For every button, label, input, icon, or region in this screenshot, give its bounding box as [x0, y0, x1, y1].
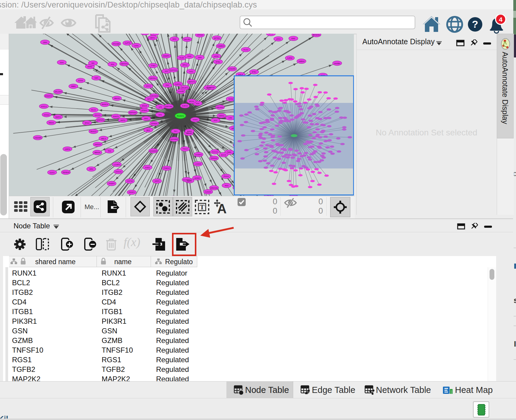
svg-text:T: T — [200, 203, 204, 211]
svg-text:RS3: RS3 — [225, 185, 229, 187]
svg-text:XK4: XK4 — [111, 63, 114, 65]
svg-text:GNGR3: GNGR3 — [229, 68, 235, 70]
svg-text:RTB1: RTB1 — [216, 61, 220, 63]
svg-text:TEB1: TEB1 — [227, 151, 232, 153]
svg-text:CLPT2: CLPT2 — [124, 42, 130, 44]
svg-text:DNADD2: DNADD2 — [150, 150, 157, 152]
svg-text:RE2: RE2 — [166, 84, 169, 86]
svg-text:KLG1: KLG1 — [244, 49, 248, 51]
svg-text:KLS2: KLS2 — [180, 57, 184, 59]
svg-text:MR2: MR2 — [89, 168, 93, 170]
svg-text:RTK4: RTK4 — [85, 122, 90, 124]
svg-text:BD2: BD2 — [146, 129, 150, 131]
svg-text:KXCL1: KXCL1 — [41, 106, 47, 107]
svg-text:PGG4: PGG4 — [224, 175, 229, 177]
svg-text:XHEBK4: XHEBK4 — [217, 45, 224, 47]
svg-text:PXEG4: PXEG4 — [164, 167, 170, 169]
svg-text:ESSXC1: ESSXC1 — [45, 95, 52, 97]
svg-text:RUNX1: RUNX1 — [177, 115, 184, 117]
svg-text:RKAC3: RKAC3 — [91, 131, 97, 132]
svg-text:ADGMM1: ADGMM1 — [170, 138, 178, 140]
svg-text:GANX3: GANX3 — [205, 191, 211, 193]
svg-text:MX4: MX4 — [173, 38, 177, 40]
svg-text:RSFS2: RSFS2 — [209, 87, 215, 88]
svg-text:TTE2: TTE2 — [151, 65, 155, 66]
svg-text:ATMA1: ATMA1 — [141, 110, 147, 111]
svg-text:BKNHS1: BKNHS1 — [313, 34, 320, 36]
svg-text:SBLD2: SBLD2 — [114, 97, 120, 99]
svg-text:FPMD4: FPMD4 — [151, 123, 158, 125]
svg-text:IXKKA1: IXKKA1 — [115, 171, 122, 173]
svg-text:DNSB4: DNSB4 — [334, 63, 340, 64]
svg-text:SNLMA2: SNLMA2 — [216, 107, 224, 108]
svg-text:AG2: AG2 — [214, 119, 218, 121]
svg-text:EBFDB2: EBFDB2 — [165, 106, 173, 107]
svg-text:MFF1: MFF1 — [150, 37, 155, 39]
svg-text:GNFGF2: GNFGF2 — [97, 119, 104, 121]
svg-text:XEFF1: XEFF1 — [55, 116, 61, 118]
svg-text:HFS4: HFS4 — [214, 55, 219, 57]
svg-text:LGDD2: LGDD2 — [195, 163, 201, 165]
svg-text:LKEHM3: LKEHM3 — [34, 137, 42, 139]
svg-text:ECC4: ECC4 — [221, 154, 226, 156]
svg-text:ILRN2: ILRN2 — [287, 57, 293, 59]
svg-text:MGH4: MGH4 — [142, 105, 147, 107]
svg-text:NF3: NF3 — [165, 70, 168, 72]
svg-text:GGSIF1: GGSIF1 — [195, 154, 202, 156]
svg-text:DKLIP2: DKLIP2 — [184, 39, 190, 40]
svg-text:RPC2: RPC2 — [183, 64, 188, 66]
svg-text:ACCC1: ACCC1 — [212, 151, 218, 153]
svg-text:FFGNB4: FFGNB4 — [113, 43, 120, 45]
svg-text:MI1: MI1 — [91, 62, 95, 64]
svg-text:DLC1: DLC1 — [91, 109, 96, 111]
svg-text:KHFA4: KHFA4 — [182, 105, 188, 107]
svg-text:TEKEH4: TEKEH4 — [62, 171, 69, 173]
svg-text:GEKNX3: GEKNX3 — [121, 63, 128, 65]
svg-text:GEBA4: GEBA4 — [298, 60, 305, 62]
svg-text:FP4: FP4 — [158, 114, 162, 116]
svg-text:4: 4 — [499, 16, 502, 23]
svg-text:GGKB2: GGKB2 — [178, 91, 184, 92]
svg-text:?: ? — [472, 18, 478, 30]
svg-text:DSMP4: DSMP4 — [163, 55, 169, 57]
svg-text:XBFH3: XBFH3 — [186, 132, 192, 134]
svg-text:CFKG2: CFKG2 — [197, 34, 203, 36]
svg-text:NL1: NL1 — [174, 130, 178, 132]
svg-text:CMCED4: CMCED4 — [150, 95, 158, 97]
svg-text:DRDXM1: DRDXM1 — [210, 187, 218, 189]
svg-text:FNSF4: FNSF4 — [109, 183, 115, 184]
svg-text:TISG4: TISG4 — [183, 148, 188, 150]
svg-text:KD4: KD4 — [196, 103, 199, 104]
svg-text:IXA2: IXA2 — [189, 71, 193, 73]
svg-text:NLKCH1: NLKCH1 — [170, 69, 177, 71]
svg-text:CR3: CR3 — [229, 117, 232, 119]
svg-text:MCK4: MCK4 — [189, 100, 194, 102]
svg-text:MANC4: MANC4 — [102, 103, 108, 105]
svg-text:ATF3: ATF3 — [276, 38, 281, 40]
svg-text:KXX4: KXX4 — [78, 80, 83, 82]
svg-text:MDA3: MDA3 — [49, 122, 54, 124]
svg-text:NGS2: NGS2 — [228, 98, 233, 100]
svg-text:EPE3: EPE3 — [187, 131, 192, 132]
svg-text:NRFA1: NRFA1 — [219, 115, 225, 117]
svg-text:EDPHH4: EDPHH4 — [129, 112, 137, 113]
svg-text:ETE1: ETE1 — [252, 71, 256, 73]
svg-text:FBR1: FBR1 — [71, 85, 76, 87]
svg-text:HFX2: HFX2 — [269, 34, 273, 35]
svg-text:XM3: XM3 — [198, 57, 202, 58]
svg-text:IIP3: IIP3 — [159, 106, 162, 108]
svg-text:NRP3: NRP3 — [155, 180, 160, 182]
svg-text:EM2: EM2 — [291, 38, 295, 39]
svg-text:HMSS3: HMSS3 — [95, 144, 101, 145]
svg-text:LCHP4: LCHP4 — [114, 164, 120, 165]
svg-text:SPTR3: SPTR3 — [214, 37, 220, 39]
svg-text:FCXRP4: FCXRP4 — [183, 179, 190, 181]
svg-text:SM4: SM4 — [43, 42, 47, 43]
svg-text:CRCRT1: CRCRT1 — [181, 87, 189, 89]
svg-text:NFLGN4: NFLGN4 — [55, 91, 62, 93]
svg-text:GRPI4: GRPI4 — [65, 148, 70, 150]
svg-text:PFP2: PFP2 — [88, 66, 92, 68]
svg-text:FHPD1: FHPD1 — [175, 83, 181, 85]
svg-text:SXCX3: SXCX3 — [94, 114, 100, 116]
svg-text:NIIM3: NIIM3 — [193, 119, 198, 121]
